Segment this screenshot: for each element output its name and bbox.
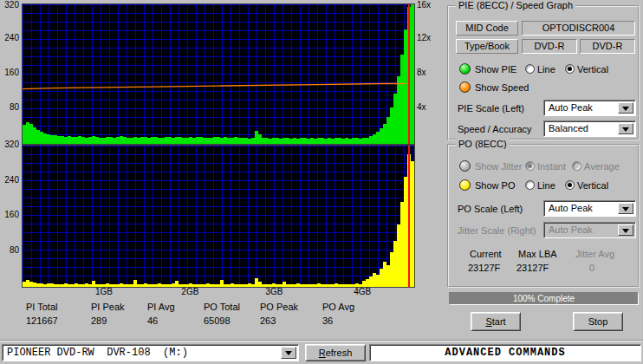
mid-code-label: MID Code [456, 21, 518, 36]
speed-axis-tick: 16x [417, 0, 438, 10]
po-settings-group: PO (8ECC) Show Jitter Instant Average Sh… [447, 144, 640, 288]
jitter-scale-select: Auto Peak [543, 222, 636, 238]
stat-po-total: PO Total 65098 [204, 302, 240, 326]
pie-line-label: Line [537, 64, 555, 75]
po-scale-label: PO Scale (Left) [458, 204, 523, 214]
show-jitter-label: Show Jitter [475, 161, 522, 172]
capacity-axis-tick: 4GB [354, 287, 371, 296]
pie-line-radio[interactable] [525, 64, 535, 74]
po-scale-select[interactable]: Auto Peak [543, 200, 636, 217]
error-statistics: PI Total 121667 PI Peak 289 PI Avg 46 PO… [22, 302, 429, 331]
po-axis-tick: 160 [0, 210, 19, 219]
drive-select[interactable]: PIONEER DVD-RW DVR-108 (M:) [2, 344, 299, 361]
stat-pi-total: PI Total 121667 [26, 302, 58, 326]
jitter-average-radio [572, 161, 581, 171]
show-speed-led[interactable] [459, 81, 471, 93]
po-vertical-radio[interactable] [565, 180, 575, 190]
po-line-radio[interactable] [525, 180, 535, 190]
chevron-down-icon [622, 229, 629, 237]
disc-type-value: DVD-R [522, 39, 577, 54]
stat-pi-avg: PI Avg 46 [147, 302, 175, 326]
show-speed-label: Show Speed [475, 82, 529, 93]
speed-axis-tick: 8x [417, 68, 438, 77]
show-jitter-led [459, 160, 471, 172]
stop-button[interactable]: Stop [573, 312, 623, 331]
po-scale-value: Auto Peak [549, 203, 593, 213]
refresh-button[interactable]: Refresh [305, 344, 366, 361]
start-button-label: Start [485, 316, 505, 327]
pie-vertical-label: Vertical [577, 64, 608, 75]
max-lba-value: 23127F [516, 263, 549, 273]
position-marker [408, 146, 410, 287]
pie-axis-tick: 160 [0, 68, 19, 77]
pie-scale-dropdown-button[interactable] [618, 102, 633, 114]
pie-vertical-radio[interactable] [565, 64, 575, 74]
speed-accuracy-value: Balanced [549, 123, 588, 133]
capacity-axis: 1GB 2GB 3GB 4GB [22, 287, 413, 298]
progress-bar: 100% Complete [449, 292, 639, 305]
pie-scale-select[interactable]: Auto Peak [543, 100, 636, 116]
stat-value: 289 [91, 315, 125, 326]
pie-scale-label: PIE Scale (Left) [458, 103, 524, 114]
speed-axis-tick: 4x [417, 102, 438, 112]
pie-graph [22, 3, 415, 145]
mid-code-value: OPTODISCR004 [522, 21, 635, 36]
po-error-bars [23, 146, 414, 287]
error-bar [411, 161, 414, 287]
type-book-label: Type/Book [456, 39, 518, 54]
pie-scale-value: Auto Peak [549, 102, 593, 113]
speed-line [23, 4, 414, 144]
stat-pi-peak: PI Peak 289 [91, 302, 125, 326]
pie-axis-tick: 320 [0, 0, 19, 10]
stat-label: PO Total [204, 302, 240, 312]
start-button[interactable]: Start [471, 312, 521, 331]
show-pie-label: Show PIE [475, 64, 516, 75]
position-marker [408, 4, 410, 144]
po-scale-dropdown-button[interactable] [618, 203, 633, 214]
book-type-value: DVD-R [580, 39, 635, 54]
capacity-axis-tick: 3GB [266, 287, 283, 296]
stat-label: PI Peak [91, 302, 125, 312]
max-lba-label: Max LBA [518, 249, 557, 259]
show-po-led[interactable] [459, 179, 471, 191]
stat-po-avg: PO Avg 36 [322, 302, 354, 326]
stop-button-label: Stop [588, 316, 608, 327]
pie-axis-tick: 240 [0, 33, 19, 42]
advanced-commands-button[interactable]: ADVANCED COMMANDS [369, 344, 641, 361]
refresh-button-label: Refresh [319, 348, 353, 358]
capacity-axis-tick: 2GB [181, 287, 198, 296]
show-po-label: Show PO [475, 180, 515, 191]
stat-label: PI Total [26, 302, 58, 312]
show-pie-led[interactable] [459, 63, 471, 75]
po-group-title: PO (8ECC) [456, 139, 510, 149]
stat-label: PO Avg [322, 302, 354, 312]
current-value: 23127F [468, 263, 500, 273]
jitter-instant-label: Instant [537, 161, 566, 172]
stat-value: 121667 [26, 315, 58, 326]
stat-label: PO Peak [260, 302, 298, 312]
stat-value: 36 [322, 315, 354, 326]
jitter-scale-value: Auto Peak [549, 224, 593, 235]
drive-select-dropdown-button[interactable] [281, 347, 296, 359]
disc-quality-app-window: 320 240 160 80 16x 12x 8x 4x 320 240 160… [0, 0, 643, 364]
speed-accuracy-select[interactable]: Balanced [543, 120, 636, 137]
speed-accuracy-label: Speed / Accuracy [458, 124, 532, 134]
drive-select-value: PIONEER DVD-RW DVR-108 (M:) [7, 347, 188, 359]
jitter-average-label: Average [584, 161, 620, 172]
chevron-down-icon [622, 207, 629, 215]
po-vertical-label: Vertical [577, 180, 608, 191]
jitter-scale-dropdown-button [618, 224, 633, 236]
chevron-down-icon [285, 351, 292, 359]
stat-po-peak: PO Peak 263 [260, 302, 298, 326]
po-axis-tick: 80 [0, 245, 19, 255]
jitter-instant-radio [525, 161, 535, 171]
stat-value: 46 [147, 315, 175, 326]
chevron-down-icon [622, 107, 629, 114]
speed-axis-tick: 12x [417, 33, 438, 42]
chevron-down-icon [622, 127, 629, 135]
bottom-separator [0, 340, 643, 341]
speed-accuracy-dropdown-button[interactable] [618, 123, 633, 134]
po-axis-tick: 320 [0, 140, 19, 149]
jitter-avg-label: Jitter Avg [575, 249, 614, 259]
pie-group-title: PIE (8ECC) / Speed Graph [456, 0, 575, 10]
